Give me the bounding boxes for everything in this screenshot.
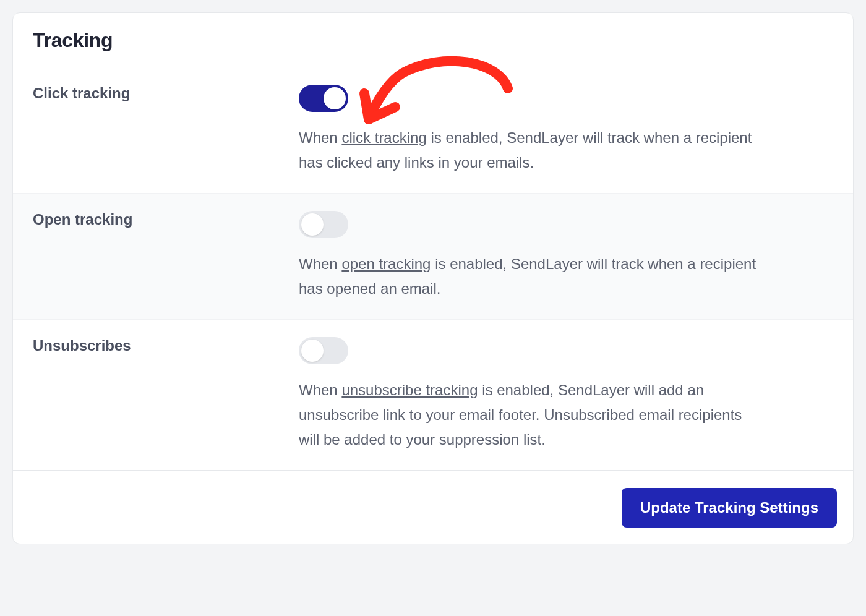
- update-tracking-settings-button[interactable]: Update Tracking Settings: [622, 488, 837, 528]
- setting-row-click-tracking: Click tracking When click tracking is en…: [13, 67, 853, 194]
- setting-control-col: When open tracking is enabled, SendLayer…: [299, 211, 833, 301]
- click-tracking-link[interactable]: click tracking: [341, 129, 426, 146]
- page-title: Tracking: [33, 29, 833, 52]
- setting-label-col: Unsubscribes: [33, 337, 299, 451]
- setting-desc-unsubscribes: When unsubscribe tracking is enabled, Se…: [299, 378, 757, 451]
- setting-label-col: Open tracking: [33, 211, 299, 301]
- toggle-knob: [301, 340, 324, 362]
- setting-label-col: Click tracking: [33, 85, 299, 174]
- desc-text: When: [299, 382, 341, 398]
- setting-desc-click-tracking: When click tracking is enabled, SendLaye…: [299, 126, 757, 174]
- desc-text: When: [299, 255, 341, 272]
- toggle-knob: [324, 87, 346, 109]
- toggle-click-tracking[interactable]: [299, 85, 348, 112]
- card-footer: Update Tracking Settings: [13, 470, 853, 544]
- setting-label-unsubscribes: Unsubscribes: [33, 337, 299, 354]
- card-header: Tracking: [13, 13, 853, 67]
- open-tracking-link[interactable]: open tracking: [341, 255, 431, 272]
- setting-control-col: When click tracking is enabled, SendLaye…: [299, 85, 833, 174]
- unsubscribe-tracking-link[interactable]: unsubscribe tracking: [341, 382, 478, 398]
- setting-label-open-tracking: Open tracking: [33, 211, 299, 228]
- setting-desc-open-tracking: When open tracking is enabled, SendLayer…: [299, 252, 757, 301]
- toggle-unsubscribes[interactable]: [299, 337, 348, 364]
- setting-row-open-tracking: Open tracking When open tracking is enab…: [13, 194, 853, 320]
- desc-text: When: [299, 129, 341, 146]
- setting-row-unsubscribes: Unsubscribes When unsubscribe tracking i…: [13, 320, 853, 470]
- settings-card: Tracking Click tracking When click track…: [12, 12, 854, 544]
- toggle-knob: [301, 213, 324, 236]
- setting-control-col: When unsubscribe tracking is enabled, Se…: [299, 337, 833, 451]
- toggle-open-tracking[interactable]: [299, 211, 348, 238]
- setting-label-click-tracking: Click tracking: [33, 85, 299, 102]
